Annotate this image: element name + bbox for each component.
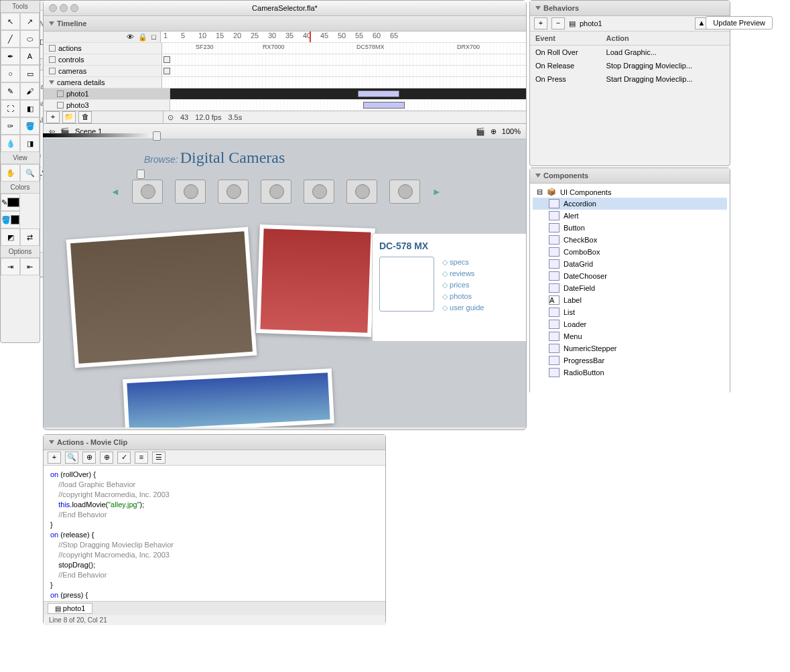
tree-item[interactable]: Button (533, 222, 727, 234)
add-layer-icon[interactable]: + (46, 111, 60, 123)
script-tab[interactable]: ▤ photo1 (48, 603, 92, 614)
add-folder-icon[interactable]: 📁 (62, 111, 76, 123)
line-tool[interactable]: ╱ (1, 30, 20, 48)
collapse-icon[interactable] (535, 6, 541, 10)
layer-folder-camera-details[interactable]: camera details (44, 77, 162, 88)
ink-tool[interactable]: ✑ (1, 117, 20, 135)
transform-tool[interactable]: ⛶ (1, 100, 20, 117)
tree-parent[interactable]: ⊟📦UI Components (533, 186, 727, 198)
photo2[interactable] (256, 224, 375, 337)
layer-cameras[interactable]: cameras (44, 66, 162, 76)
camera-thumb[interactable] (132, 180, 163, 204)
snap-option[interactable]: ⇥ (1, 258, 20, 275)
behaviors-panel: Behaviors + − ▤ photo1 ▲ ▼ EventAction O… (529, 0, 730, 166)
tree-item[interactable]: Menu (533, 330, 727, 342)
lasso-tool[interactable]: ⬭ (20, 30, 40, 48)
layer-photo1[interactable]: photo1 (44, 88, 170, 99)
add-behavior-button[interactable]: + (534, 17, 547, 29)
stage[interactable]: Browse: Digital Cameras ◄ ► DC-578 MX sp… (44, 139, 526, 427)
frame-ruler[interactable]: 15101520253035404550556065 (161, 31, 526, 42)
tree-item[interactable]: CheckBox (533, 234, 727, 246)
behavior-row[interactable]: On ReleaseStop Dragging Movieclip... (530, 59, 730, 72)
update-preview-button[interactable]: Update Preview (706, 16, 773, 29)
eraser-tool[interactable]: ◨ (20, 135, 40, 152)
rect-tool[interactable]: ▭ (20, 65, 40, 82)
swap-colors[interactable]: ⇄ (20, 228, 40, 246)
components-panel: Components ⊟📦UI Components Accordion Ale… (529, 167, 730, 394)
bucket-tool[interactable]: 🪣 (20, 117, 40, 135)
edit-scene-icon[interactable]: 🎬 (476, 127, 485, 136)
lock-icon[interactable]: 🔒 (138, 33, 147, 42)
stroke-color[interactable]: ✎ (1, 194, 20, 211)
photo3[interactable] (123, 368, 334, 427)
camera-thumb[interactable] (218, 180, 249, 204)
tree-item[interactable]: RadioButton (533, 366, 727, 379)
replace-button[interactable]: ⊕ (82, 452, 96, 464)
onion-icon[interactable]: ⊙ (168, 113, 174, 122)
zoom-tool[interactable]: 🔍 (20, 164, 40, 182)
behavior-row[interactable]: On PressStart Dragging Movieclip... (530, 72, 730, 86)
behavior-row[interactable]: On Roll OverLoad Graphic... (530, 46, 730, 60)
fill-color[interactable]: 🪣 (1, 211, 20, 228)
camera-thumb[interactable] (304, 180, 334, 204)
playhead[interactable] (310, 31, 311, 42)
edit-symbol-icon[interactable]: ⊕ (490, 127, 497, 136)
brush-tool[interactable]: 🖌 (20, 82, 40, 100)
outline-icon[interactable]: □ (151, 33, 156, 41)
tree-item[interactable]: ProgressBar (533, 354, 727, 366)
camera-thumb[interactable] (175, 180, 206, 204)
format-button[interactable]: ≡ (135, 452, 148, 464)
eyedropper-tool[interactable]: 💧 (1, 135, 20, 152)
next-arrow-icon[interactable]: ► (432, 186, 442, 197)
collapse-icon[interactable] (49, 440, 54, 444)
delete-layer-icon[interactable]: 🗑 (78, 111, 92, 123)
ease-slider[interactable] (64, 173, 145, 174)
tree-item[interactable]: NumericStepper (533, 342, 727, 354)
tree-item[interactable]: Loader (533, 318, 727, 330)
zoom-value[interactable]: 100% (502, 127, 521, 135)
target-button[interactable]: ⊕ (100, 452, 113, 464)
tree-item[interactable]: Alert (533, 210, 727, 222)
eye-icon[interactable]: 👁 (127, 33, 134, 41)
tree-item[interactable]: ALabel (533, 294, 727, 306)
camera-thumb[interactable] (261, 180, 291, 204)
minimize-icon[interactable] (60, 4, 68, 12)
fill-transform-tool[interactable]: ◧ (20, 100, 40, 117)
tree-item[interactable]: Accordion (533, 198, 727, 210)
alpha-slider[interactable] (43, 133, 158, 137)
tree-item[interactable]: ComboBox (533, 246, 727, 258)
smooth-option[interactable]: ⇤ (20, 258, 40, 275)
default-colors[interactable]: ◩ (1, 228, 20, 246)
camera-thumb[interactable] (346, 180, 377, 204)
selection-tool[interactable]: ↖ (1, 13, 20, 30)
close-icon[interactable] (49, 4, 57, 12)
hint-button[interactable]: ☰ (152, 452, 166, 464)
layer-controls[interactable]: controls (44, 54, 162, 65)
oval-tool[interactable]: ○ (1, 65, 20, 82)
fps: 12.0 fps (195, 113, 221, 121)
find-button[interactable]: 🔍 (65, 452, 78, 464)
layer-actions[interactable]: actions (44, 43, 162, 54)
tree-item[interactable]: DateField (533, 282, 727, 294)
add-script-button[interactable]: + (48, 452, 61, 464)
layer-photo3[interactable]: photo3 (44, 100, 170, 111)
subselect-tool[interactable]: ↗ (20, 13, 40, 30)
camera-thumb[interactable] (389, 180, 420, 204)
tree-item[interactable]: List (533, 306, 727, 318)
collapse-icon[interactable] (535, 174, 541, 178)
code-editor[interactable]: on (rollOver) { //load Graphic Behavior … (44, 466, 385, 601)
tree-item[interactable]: DateChooser (533, 270, 727, 282)
collapse-icon[interactable] (49, 21, 54, 25)
hand-tool[interactable]: ✋ (1, 164, 20, 182)
check-button[interactable]: ✓ (117, 452, 131, 464)
tree-item[interactable]: DataGrid (533, 258, 727, 270)
photo1[interactable] (66, 227, 257, 368)
text-tool[interactable]: A (20, 48, 40, 65)
pencil-tool[interactable]: ✎ (1, 82, 20, 100)
zoom-icon[interactable] (70, 4, 78, 12)
pen-tool[interactable]: ✒ (1, 48, 20, 65)
prev-arrow-icon[interactable]: ◄ (111, 186, 120, 197)
actions-panel: Actions - Movie Clip + 🔍 ⊕ ⊕ ✓ ≡ ☰ on (r… (43, 434, 386, 624)
remove-behavior-button[interactable]: − (551, 17, 565, 29)
browse-label: Browse: (144, 154, 178, 165)
